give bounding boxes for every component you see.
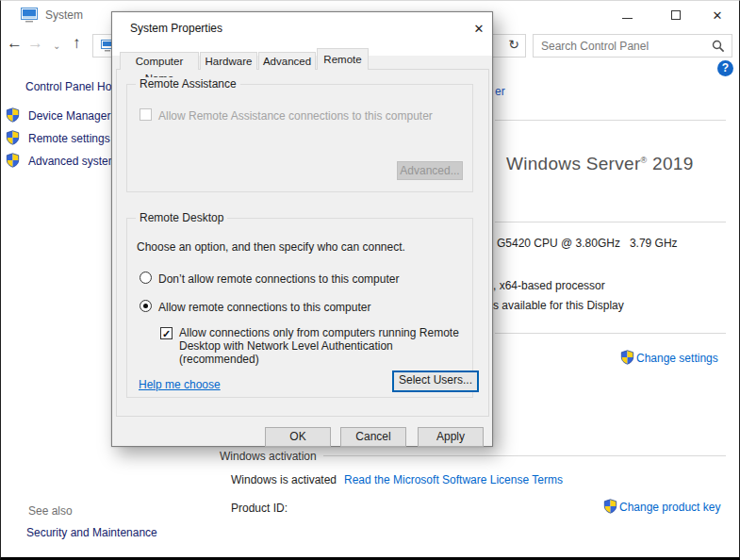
system-app-icon <box>21 8 38 24</box>
activation-status: Windows is activated <box>231 473 337 486</box>
ok-button[interactable]: OK <box>265 427 331 447</box>
select-users-button[interactable]: Select Users... <box>392 371 479 392</box>
edition-name: Windows Server <box>506 154 641 173</box>
processor-value-fragment: G5420 CPU @ 3.80GHz 3.79 GHz <box>497 237 678 250</box>
up-button[interactable]: ↑ <box>73 34 81 53</box>
windows-activation-heading: Windows activation <box>220 450 317 463</box>
section-divider <box>323 455 726 456</box>
history-chevron-icon[interactable]: ⌄ <box>53 41 60 51</box>
remote-desktop-legend: Remote Desktop <box>136 211 227 224</box>
tab-remote[interactable]: Remote <box>317 48 369 70</box>
maximize-icon <box>671 10 681 20</box>
remote-assistance-group: Remote Assistance Allow Remote Assistanc… <box>126 84 473 192</box>
registered-mark: ® <box>641 156 648 165</box>
dialog-title: System Properties <box>130 22 222 35</box>
remote-assistance-legend: Remote Assistance <box>136 77 240 91</box>
change-product-key-link[interactable]: Change product key <box>619 501 720 514</box>
deny-remote-radio-label[interactable]: Don’t allow remote connections to this c… <box>158 272 399 286</box>
pen-touch-fragment: s available for this Display <box>493 299 624 312</box>
license-terms-link[interactable]: Read the Microsoft Software License Term… <box>344 473 563 486</box>
nla-checkbox[interactable]: ✓ <box>160 327 173 339</box>
search-box[interactable] <box>533 34 732 58</box>
section-divider <box>495 333 726 334</box>
remote-assistance-checkbox-label: Allow Remote Assistance connections to t… <box>158 109 433 123</box>
search-input[interactable] <box>534 35 732 57</box>
tab-advanced[interactable]: Advanced <box>258 52 316 70</box>
sidebar-item-device-manager[interactable]: Device Manager <box>28 109 110 123</box>
allow-remote-radio[interactable] <box>140 300 152 312</box>
close-button[interactable]: ✕ <box>703 6 732 26</box>
help-me-choose-link[interactable]: Help me choose <box>139 378 221 391</box>
refresh-icon[interactable]: ↻ <box>508 37 519 52</box>
system-control-panel-window: System ✕ ← → ⌄ ↑ ⌄ ↻ ? Control Panel Hom… <box>0 0 740 560</box>
uac-shield-icon <box>603 499 617 514</box>
dialog-close-button[interactable]: ✕ <box>467 18 491 41</box>
tab-computer-name[interactable]: Computer Name <box>120 52 199 70</box>
uac-shield-icon <box>620 350 634 365</box>
minimize-button[interactable] <box>613 6 641 26</box>
apply-button[interactable]: Apply <box>418 427 484 447</box>
uac-shield-icon <box>6 130 20 145</box>
sidebar-item-remote-settings[interactable]: Remote settings <box>28 132 110 145</box>
search-icon <box>712 40 725 53</box>
maximize-button[interactable] <box>662 6 690 26</box>
help-button[interactable]: ? <box>717 60 733 76</box>
deny-remote-radio[interactable] <box>140 272 152 284</box>
nla-checkbox-label[interactable]: Allow connections only from computers ru… <box>179 326 469 366</box>
system-type-fragment: , x64-based processor <box>493 279 605 292</box>
sidebar-item-security-maintenance[interactable]: Security and Maintenance <box>26 526 157 539</box>
page-heading-fragment: er <box>495 85 505 98</box>
section-divider <box>495 120 726 121</box>
window-title: System <box>45 8 83 22</box>
remote-desktop-description: Choose an option, and then specify who c… <box>137 240 405 254</box>
advanced-button[interactable]: Advanced... <box>397 161 463 180</box>
windows-edition: Windows Server® 2019 <box>506 154 694 174</box>
back-button[interactable]: ← <box>7 34 23 53</box>
section-divider <box>495 222 726 222</box>
system-properties-dialog: System Properties ✕ Computer Name Hardwa… <box>111 11 493 447</box>
minimize-icon <box>622 18 633 19</box>
check-icon: ✓ <box>161 328 172 339</box>
remote-desktop-group: Remote Desktop Choose an option, and the… <box>126 218 473 398</box>
product-id-label: Product ID: <box>231 502 288 515</box>
remote-assistance-checkbox[interactable] <box>140 108 152 121</box>
tab-hardware[interactable]: Hardware <box>200 52 257 70</box>
uac-shield-icon <box>6 153 20 168</box>
forward-button[interactable]: → <box>27 34 43 53</box>
uac-shield-icon <box>6 107 20 123</box>
cancel-button[interactable]: Cancel <box>340 427 406 447</box>
change-settings-link[interactable]: Change settings <box>636 352 718 365</box>
allow-remote-radio-label[interactable]: Allow remote connections to this compute… <box>158 301 370 314</box>
edition-year: 2019 <box>652 154 693 173</box>
see-also-label: See also <box>28 504 73 518</box>
dialog-titlebar: System Properties ✕ <box>112 12 492 56</box>
